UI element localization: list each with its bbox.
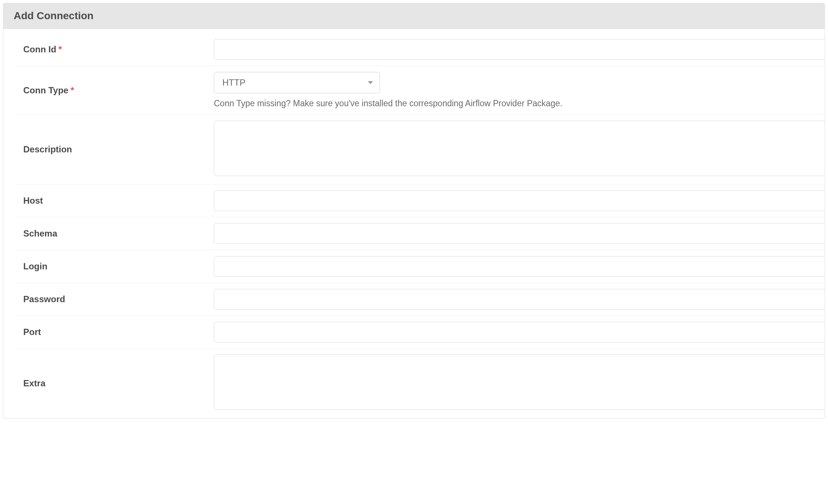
label-description-text: Description: [23, 144, 72, 155]
label-extra-text: Extra: [23, 378, 45, 389]
label-conn-type-text: Conn Type: [23, 85, 68, 96]
conn-type-selected-value: HTTP: [222, 77, 246, 88]
label-conn-id: Conn Id *: [14, 34, 214, 65]
description-textarea[interactable]: [214, 121, 825, 176]
add-connection-panel: Add Connection Conn Id * Conn Type *: [3, 3, 825, 418]
input-cell-conn-id: [214, 33, 825, 66]
port-input[interactable]: [214, 322, 825, 342]
conn-type-select[interactable]: HTTP: [214, 72, 380, 93]
row-host: Host: [14, 184, 825, 217]
host-input[interactable]: [214, 190, 825, 211]
label-login: Login: [14, 251, 214, 282]
row-conn-type: Conn Type * HTTP Conn Type missing? Make…: [14, 66, 825, 115]
input-cell-login: [214, 250, 825, 283]
input-cell-port: [214, 316, 825, 348]
label-password-text: Password: [23, 294, 65, 304]
page-title: Add Connection: [14, 10, 814, 22]
input-cell-conn-type: HTTP Conn Type missing? Make sure you've…: [214, 66, 825, 114]
row-port: Port: [14, 316, 825, 349]
row-extra: Extra: [14, 349, 825, 418]
panel-header: Add Connection: [3, 3, 825, 29]
required-asterisk-icon: *: [71, 85, 74, 96]
extra-textarea[interactable]: [214, 355, 825, 410]
input-cell-password: [214, 283, 825, 315]
label-login-text: Login: [23, 261, 47, 272]
label-extra: Extra: [14, 356, 214, 411]
login-input[interactable]: [214, 256, 825, 277]
row-password: Password: [14, 283, 825, 316]
row-description: Description: [14, 115, 825, 184]
input-cell-schema: [214, 217, 825, 250]
input-cell-host: [214, 184, 825, 217]
label-schema: Schema: [14, 218, 214, 249]
connection-form: Conn Id * Conn Type * HTTP: [14, 33, 825, 418]
label-host: Host: [14, 185, 214, 216]
label-schema-text: Schema: [23, 228, 57, 239]
label-description: Description: [14, 122, 214, 177]
label-port-text: Port: [23, 327, 41, 337]
required-asterisk-icon: *: [58, 44, 62, 55]
password-input[interactable]: [214, 289, 825, 310]
label-conn-id-text: Conn Id: [23, 44, 56, 55]
label-conn-type: Conn Type *: [14, 75, 214, 106]
input-cell-extra: [214, 349, 825, 418]
input-cell-description: [214, 115, 825, 184]
row-schema: Schema: [14, 217, 825, 250]
label-port: Port: [14, 317, 214, 348]
conn-id-input[interactable]: [214, 39, 825, 60]
chevron-down-icon: [368, 81, 373, 84]
conn-type-helper-text: Conn Type missing? Make sure you've inst…: [214, 99, 825, 108]
row-conn-id: Conn Id *: [14, 33, 825, 66]
label-password: Password: [14, 284, 214, 315]
row-login: Login: [14, 250, 825, 283]
schema-input[interactable]: [214, 223, 825, 244]
panel-body: Conn Id * Conn Type * HTTP: [3, 33, 825, 418]
label-host-text: Host: [23, 196, 43, 206]
